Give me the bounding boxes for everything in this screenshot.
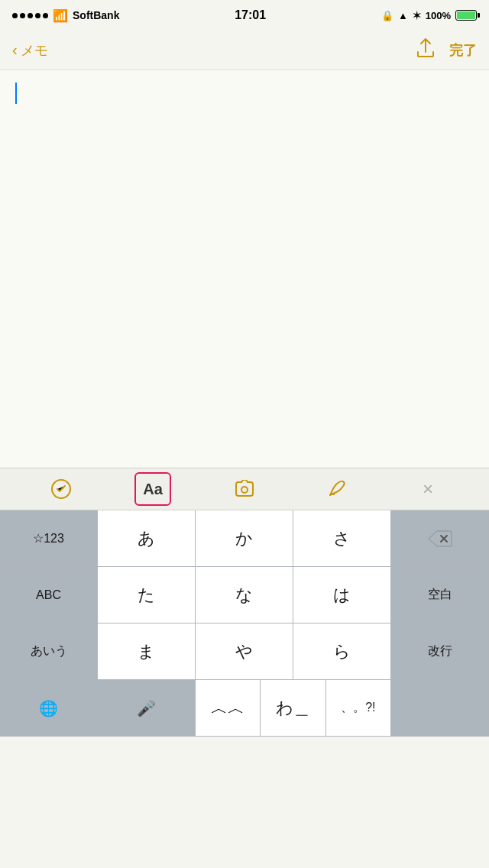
key-a[interactable]: あ [98,510,196,567]
keyboard[interactable]: ☆123 あ か さ ABC た な は [0,510,489,737]
key-return[interactable]: 改行 [391,623,489,680]
key-delete[interactable] [391,510,489,567]
key-punct[interactable]: 、。?! [326,680,391,737]
format-label: Aa [143,481,163,498]
key-globe[interactable]: 🌐 [0,680,98,737]
share-button[interactable] [417,38,434,63]
key-na[interactable]: な [196,567,293,623]
close-button[interactable]: × [410,472,446,506]
key-ta[interactable]: た [98,567,196,623]
back-label: メモ [21,41,48,60]
svg-point-1 [241,487,248,493]
toolbar: Aa × [0,468,489,510]
location-icon: ▲ [398,10,408,21]
keyboard-row-4: 🌐 🎤 ︿︿ わ＿ 、。?! [0,680,489,737]
battery-percent: 100% [426,10,451,21]
done-button[interactable]: 完了 [449,41,477,60]
key-ha[interactable]: は [293,567,391,623]
key-ya[interactable]: や [196,623,293,680]
status-time: 17:01 [235,8,266,22]
checklist-button[interactable] [43,472,79,506]
mic-icon: 🎤 [137,699,156,717]
key-aiueo[interactable]: あいう [0,623,98,680]
key-wa[interactable]: わ＿ [261,680,325,737]
key-ra[interactable]: ら [293,623,391,680]
back-button[interactable]: ‹ メモ [12,41,48,60]
battery-icon [455,10,477,21]
key-return-bottom[interactable] [391,680,489,737]
nav-actions: 完了 [417,38,477,63]
key-mic[interactable]: 🎤 [98,680,196,737]
lock-icon: 🔒 [381,10,393,21]
text-cursor [15,83,17,104]
carrier-name: SoftBank [73,9,119,21]
status-right: 🔒 ▲ ✶ 100% [381,10,477,21]
key-abc[interactable]: ABC [0,567,98,623]
format-button[interactable]: Aa [134,472,171,506]
signal-dots [12,13,48,18]
key-sa[interactable]: さ [293,510,391,567]
key-ma[interactable]: ま [98,623,196,680]
sketch-button[interactable] [318,472,355,506]
camera-button[interactable] [226,472,263,506]
globe-icon: 🌐 [39,699,58,717]
key-space[interactable]: 空白 [391,567,489,623]
status-left: 📶 SoftBank [12,8,119,23]
key-hat[interactable]: ︿︿ [196,680,261,737]
keyboard-row-2: ABC た な は 空白 [0,567,489,623]
keyboard-row-3: あいう ま や ら 改行 [0,623,489,680]
bluetooth-icon: ✶ [413,10,421,21]
nav-bar: ‹ メモ 完了 [0,31,489,70]
status-bar: 📶 SoftBank 17:01 🔒 ▲ ✶ 100% [0,0,489,31]
key-star123[interactable]: ☆123 [0,510,98,567]
wifi-icon: 📶 [53,8,68,23]
back-chevron-icon: ‹ [12,41,18,59]
note-area[interactable] [0,70,489,468]
keyboard-row-1: ☆123 あ か さ [0,510,489,567]
close-icon: × [423,478,433,500]
key-ka[interactable]: か [196,510,293,567]
